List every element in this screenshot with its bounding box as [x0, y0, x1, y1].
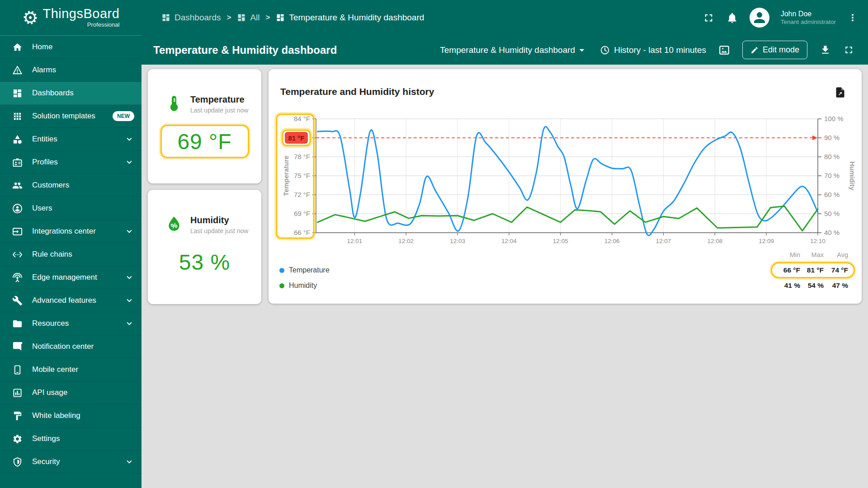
widget-title: Temperature	[190, 94, 248, 105]
chevron-down-icon	[124, 134, 134, 144]
sidebar-item-settings[interactable]: Settings	[0, 427, 142, 450]
svg-text:12:02: 12:02	[398, 238, 414, 244]
sidebar-item-solution-templates[interactable]: Solution templatesNEW	[0, 105, 142, 128]
widget-subtitle: Last update just now	[190, 227, 248, 235]
sidebar-item-label: White labeling	[32, 411, 80, 420]
new-badge: NEW	[113, 111, 134, 121]
humidity-widget: % Humidity Last update just now 53 %	[148, 190, 261, 304]
legend-label: Humidity	[289, 282, 317, 290]
sidebar-item-label: API usage	[32, 388, 67, 397]
threshold-arrow	[812, 136, 817, 141]
sidebar-item-entities[interactable]: Entities	[0, 128, 142, 151]
notifications-bell-icon[interactable]	[726, 12, 738, 24]
time-window-button[interactable]: History - last 10 minutes	[600, 45, 706, 55]
sidebar-item-label: Solution templates	[32, 112, 95, 121]
sidebar-item-users[interactable]: Users	[0, 197, 142, 220]
svg-text:50 %: 50 %	[824, 210, 840, 217]
user-name: John Doe	[781, 9, 836, 19]
sidebar-item-white-labeling[interactable]: White labeling	[0, 404, 142, 427]
download-icon[interactable]	[820, 44, 831, 56]
dashboard-title: Temperature & Humidity dashboard	[153, 44, 337, 56]
sidebar-item-edge-management[interactable]: Edge management	[0, 266, 142, 289]
sidebar-item-security[interactable]: Security	[0, 450, 142, 474]
sidebar-item-dashboards[interactable]: Dashboards	[0, 82, 142, 105]
svg-text:12:08: 12:08	[707, 238, 722, 244]
svg-text:69 °F: 69 °F	[294, 210, 310, 217]
sidebar-item-label: Edge management	[32, 273, 97, 282]
app-logo[interactable]: ⚙ ThingsBoard Professional	[0, 7, 142, 28]
chevron-down-icon	[124, 319, 134, 328]
temperature-widget: Temperature Last update just now 69 °F	[148, 69, 261, 183]
svg-text:12:05: 12:05	[553, 238, 568, 244]
fullscreen-icon[interactable]	[703, 12, 715, 24]
sidebar-item-label: Entities	[32, 135, 57, 144]
mobile-center-icon	[12, 365, 23, 375]
topbar-actions: John Doe Tenant administrator	[703, 8, 868, 28]
chart-title: Temperature and Humidity history	[280, 86, 862, 97]
sidebar-item-label: Advanced features	[32, 296, 96, 305]
integrations-icon	[12, 226, 23, 237]
breadcrumb-item-all[interactable]: All	[237, 13, 259, 23]
topbar: ⚙ ThingsBoard Professional Dashboards>Al…	[0, 0, 868, 35]
sidebar-item-api-usage[interactable]: API usage	[0, 381, 142, 404]
svg-text:40 %: 40 %	[824, 229, 840, 236]
dashboard-state-selector[interactable]: Temperature & Humidity dashboard	[440, 44, 588, 56]
humidity-value: 53 %	[179, 250, 230, 275]
widget-title: Humidity	[190, 215, 248, 225]
legend-dot	[279, 268, 284, 273]
thermometer-icon	[165, 94, 183, 114]
sidebar: HomeAlarmsDashboardsSolution templatesNE…	[0, 35, 142, 488]
state-selector-label: Temperature & Humidity dashboard	[440, 45, 575, 55]
legend-item-humidity[interactable]: Humidity	[279, 278, 330, 293]
sidebar-item-label: Home	[32, 42, 52, 52]
sidebar-item-label: Resources	[32, 319, 69, 328]
sidebar-item-label: Integrations center	[32, 227, 96, 236]
dashboards-icon	[237, 13, 246, 22]
sidebar-item-notification-center[interactable]: Notification center	[0, 335, 142, 358]
edit-mode-button[interactable]: Edit mode	[742, 41, 807, 59]
sidebar-item-label: Mobile center	[32, 365, 78, 374]
sidebar-item-profiles[interactable]: Profiles	[0, 151, 142, 174]
breadcrumb-label: Dashboards	[175, 13, 221, 23]
sidebar-item-home[interactable]: Home	[0, 36, 142, 59]
svg-text:72 °F: 72 °F	[294, 191, 310, 198]
notification-center-icon	[12, 342, 23, 352]
breadcrumb-item-temperature-humidity-dashboard[interactable]: Temperature & Humidity dashboard	[276, 13, 424, 23]
sidebar-item-customers[interactable]: Customers	[0, 174, 142, 197]
user-info[interactable]: John Doe Tenant administrator	[781, 9, 836, 26]
sidebar-item-mobile-center[interactable]: Mobile center	[0, 358, 142, 381]
humidity-widget-header: % Humidity Last update just now	[148, 190, 261, 235]
stats-value: 41 %	[784, 282, 800, 290]
sidebar-item-advanced-features[interactable]: Advanced features	[0, 289, 142, 312]
screenshot-icon[interactable]	[718, 44, 730, 56]
customers-icon	[12, 180, 23, 191]
sidebar-item-label: Customers	[32, 181, 69, 190]
chart-legend: TemperatureHumidity	[279, 263, 330, 293]
breadcrumb-item-dashboards[interactable]: Dashboards	[161, 13, 221, 23]
sidebar-item-label: Alarms	[32, 66, 56, 75]
stats-header: Max	[811, 251, 824, 258]
kebab-menu-icon[interactable]	[847, 12, 858, 23]
svg-text:100 %: 100 %	[824, 115, 844, 122]
sidebar-item-integrations-center[interactable]: Integrations center	[0, 220, 142, 243]
dashboard-toolbar: Temperature & Humidity dashboard Tempera…	[142, 35, 868, 65]
toolbar-fullscreen-icon[interactable]	[843, 44, 854, 56]
sidebar-item-resources[interactable]: Resources	[0, 312, 142, 335]
svg-text:12:06: 12:06	[604, 238, 620, 244]
sidebar-item-label: Users	[32, 204, 52, 213]
dashboards-icon	[12, 88, 23, 99]
brand-text: ThingsBoard Professional	[42, 7, 119, 28]
chevron-down-icon	[124, 157, 134, 167]
stats-value: 66 °F	[783, 266, 800, 274]
humidity-series-line	[317, 206, 818, 231]
legend-item-temperature[interactable]: Temperature	[279, 263, 330, 278]
export-data-icon[interactable]: ↗	[834, 86, 846, 99]
clock-icon	[600, 45, 610, 55]
sidebar-item-rule-chains[interactable]: Rule chains	[0, 243, 142, 266]
sidebar-item-alarms[interactable]: Alarms	[0, 59, 142, 82]
history-chart-svg: 84 °F78 °F75 °F72 °F69 °F66 °F81 °F100 %…	[269, 109, 862, 250]
svg-text:60 %: 60 %	[824, 191, 840, 198]
avatar[interactable]	[750, 8, 769, 28]
svg-text:90 %: 90 %	[824, 134, 840, 141]
user-role: Tenant administrator	[781, 19, 836, 26]
